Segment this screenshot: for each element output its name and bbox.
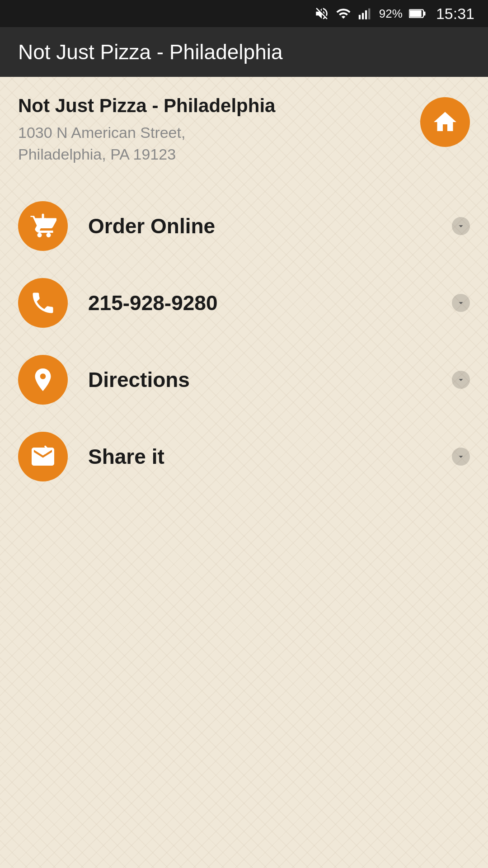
wifi-icon [336,6,351,21]
order-online-label: Order Online [88,214,452,238]
svg-rect-3 [368,9,370,19]
store-address-line2: Philadelphia, PA 19123 [18,146,176,163]
chevron-down-icon [456,375,466,385]
directions-label: Directions [88,368,452,392]
share-chevron [452,448,470,466]
phone-icon [29,289,56,316]
battery-percentage: 92% [379,7,403,21]
directions-chevron [452,371,470,389]
battery-icon [409,6,426,21]
directions-icon-circle [18,355,68,405]
share-label: Share it [88,444,452,469]
status-icons: 92% 15:31 [314,5,474,23]
action-list: Order Online 215-928-9280 [14,188,474,495]
order-online-icon-circle [18,201,68,251]
svg-rect-6 [423,12,425,16]
share-item[interactable]: Share it [14,418,474,495]
svg-rect-1 [362,13,364,19]
phone-item[interactable]: 215-928-9280 [14,264,474,341]
order-online-chevron [452,217,470,235]
app-toolbar: Not Just Pizza - Philadelphia [0,27,488,77]
share-icon-circle [18,432,68,481]
home-button[interactable] [420,97,470,147]
directions-item[interactable]: Directions [14,341,474,418]
phone-chevron [452,294,470,312]
svg-rect-5 [409,10,421,17]
app-title: Not Just Pizza - Philadelphia [18,40,283,64]
chevron-down-icon [456,298,466,308]
phone-label: 215-928-9280 [88,291,452,315]
store-header: Not Just Pizza - Philadelphia 1030 N Ame… [14,95,474,165]
mute-icon [314,6,329,21]
order-online-item[interactable]: Order Online [14,188,474,264]
chevron-down-icon [456,452,466,462]
cart-icon [29,212,56,240]
status-bar: 92% 15:31 [0,0,488,27]
phone-icon-circle [18,278,68,328]
chevron-down-icon [456,221,466,231]
location-icon [29,366,56,393]
home-icon [432,108,459,136]
svg-rect-2 [365,10,367,19]
share-icon [29,443,56,470]
store-info: Not Just Pizza - Philadelphia 1030 N Ame… [18,95,411,165]
main-content: Not Just Pizza - Philadelphia 1030 N Ame… [0,77,488,513]
status-time: 15:31 [436,5,474,23]
signal-icon [357,6,373,21]
store-address: 1030 N American Street, Philadelphia, PA… [18,122,411,165]
svg-rect-0 [359,15,361,19]
store-address-line1: 1030 N American Street, [18,124,185,141]
store-name: Not Just Pizza - Philadelphia [18,95,411,117]
